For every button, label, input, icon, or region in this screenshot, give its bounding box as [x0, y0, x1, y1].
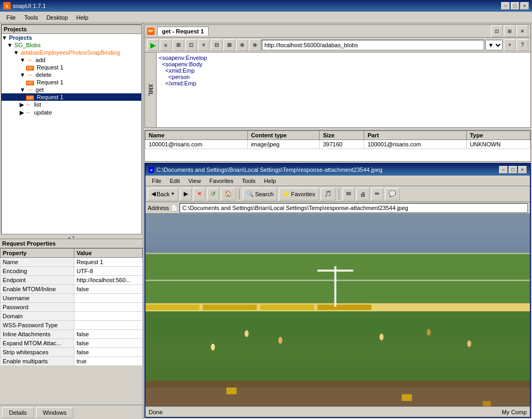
menu-file[interactable]: File — [2, 13, 20, 22]
url-dropdown[interactable]: ▼ — [485, 40, 503, 50]
back-dropdown-icon[interactable]: ▼ — [170, 191, 175, 196]
ie-window-buttons[interactable]: − □ × — [499, 166, 527, 173]
svg-rect-5 — [145, 280, 530, 281]
ie-menu-file[interactable]: File — [148, 177, 166, 185]
ie-menu-help[interactable]: Help — [260, 177, 280, 185]
sg-blobs-label: SG_Blobs — [14, 42, 41, 48]
att-part: 100001@risaris.com — [364, 140, 467, 149]
minimize-button[interactable]: − — [501, 2, 510, 10]
tree-get[interactable]: ▼ ↔ get — [2, 86, 141, 93]
menu-help[interactable]: Help — [72, 13, 93, 22]
request-tab[interactable]: get - Request 1 — [157, 27, 209, 36]
toolbar-btn-3[interactable]: ⊞ — [173, 39, 184, 51]
media-button[interactable]: 🎵 — [321, 188, 336, 200]
properties-panel: Request Properties Property Value NameRe… — [0, 239, 143, 419]
ie-status-bar: Done My Comp — [145, 406, 530, 417]
xml-tab-label[interactable]: XML — [145, 53, 157, 127]
add-req-icon: RP — [26, 66, 34, 71]
ie-maximize-btn[interactable]: □ — [509, 166, 517, 173]
title-bar-buttons[interactable]: − □ × — [501, 2, 529, 10]
xml-editor[interactable]: <soapenv:Envelop <soapenv:Body <xmid:Emp… — [157, 53, 530, 127]
details-button[interactable]: Details — [2, 407, 34, 418]
props-scroll[interactable]: Property Value NameRequest 1EncodingUTF-… — [0, 248, 143, 405]
expand-projects-icon[interactable]: ▼ — [2, 34, 7, 41]
expand-binding-icon[interactable]: ▼ — [13, 49, 19, 56]
props-row: Inline Attachmentsfalse — [1, 330, 143, 339]
forward-button[interactable]: ▶ — [180, 188, 192, 200]
stop-button[interactable]: ■ — [160, 39, 171, 51]
toolbar-btn-5[interactable]: ≡ — [198, 39, 210, 51]
tree-sg-blobs[interactable]: ▼ SG_Blobs — [2, 41, 141, 49]
toolbar-btn-6[interactable]: ⊟ — [211, 39, 222, 51]
attachments-table: Name Content type Size Part Type 100001@… — [145, 130, 530, 149]
ie-menu-edit[interactable]: Edit — [166, 177, 184, 185]
svg-rect-1 — [145, 214, 530, 253]
svg-rect-15 — [334, 266, 337, 307]
toolbar-btn-4[interactable]: ⊡ — [185, 39, 197, 51]
mail-icon: ✉ — [346, 190, 351, 197]
ie-close-btn[interactable]: × — [518, 166, 527, 173]
tree-delete-request[interactable]: RP Request 1 — [2, 78, 141, 86]
toolbar-btn-8[interactable]: ⊕ — [236, 39, 248, 51]
edit-button[interactable]: ✏ — [371, 188, 383, 200]
close-button[interactable]: × — [520, 2, 529, 10]
tree-projects-root[interactable]: ▼ Projects — [2, 34, 141, 41]
toolbar-btn-add[interactable]: + — [504, 39, 516, 51]
tree-update[interactable]: ▶ ↔ update — [2, 109, 141, 117]
play-button[interactable]: ▶ — [147, 39, 159, 51]
add-request-label: Request 1 — [37, 64, 63, 71]
expand-add-icon[interactable]: ▼ — [20, 57, 25, 63]
expand-sg-icon[interactable]: ▼ — [7, 42, 13, 48]
discuss-button[interactable]: 💬 — [385, 188, 400, 200]
print-button[interactable]: 🖨 — [356, 188, 370, 200]
expand-get-icon[interactable]: ▼ — [20, 86, 25, 93]
search-icon: 🔍 — [246, 190, 254, 197]
home-button[interactable]: 🏠 — [221, 188, 236, 200]
svg-point-21 — [211, 344, 215, 351]
tree-scroll[interactable]: ▼ Projects ▼ SG_Blobs ▼ adabasEmployeesP… — [2, 34, 141, 234]
address-input[interactable] — [179, 203, 528, 213]
mail-button[interactable]: ✉ — [342, 188, 355, 200]
tree-delete[interactable]: ▼ ↔ delete — [2, 71, 141, 78]
tree-binding[interactable]: ▼ adabasEmployeesPhotosSoapBinding — [2, 49, 141, 56]
windows-button[interactable]: Windows — [36, 407, 74, 418]
favorites-button[interactable]: ⭐ Favorites — [279, 188, 319, 200]
toolbar-btn-info[interactable]: ? — [517, 39, 528, 51]
expand-delete-icon[interactable]: ▼ — [20, 72, 25, 78]
maximize-button[interactable]: □ — [511, 2, 519, 10]
search-button[interactable]: 🔍 Search — [243, 188, 277, 200]
expand-list-icon[interactable]: ▶ — [20, 101, 24, 108]
back-button[interactable]: ◀ Back ▼ — [148, 188, 178, 200]
ie-menu-tools[interactable]: Tools — [238, 177, 260, 185]
menu-desktop[interactable]: Desktop — [42, 13, 72, 22]
tab-close-btn[interactable]: ✕ — [517, 25, 528, 37]
ie-menu-favorites[interactable]: Favorites — [205, 177, 237, 185]
get-req-icon: RP — [26, 95, 34, 100]
tree-add[interactable]: ▼ ↔ add — [2, 56, 141, 64]
prop-name: Enable MTOM/Inline — [1, 285, 74, 294]
props-row: Endpointhttp://localhost:560... — [1, 276, 143, 285]
tree-get-request[interactable]: RP Request 1 — [2, 93, 141, 101]
ie-minimize-btn[interactable]: − — [499, 166, 508, 173]
svg-rect-13 — [260, 304, 314, 310]
bottom-buttons: Details Windows — [0, 405, 143, 419]
stop-nav-button[interactable]: ✕ — [193, 188, 205, 200]
props-row: Strip whitespacesfalse — [1, 348, 143, 357]
properties-table: Property Value NameRequest 1EncodingUTF-… — [0, 248, 143, 366]
xml-line-4: <person — [159, 74, 528, 80]
url-input[interactable] — [262, 40, 484, 50]
toolbar-btn-9[interactable]: ⊗ — [249, 39, 261, 51]
expand-update-icon[interactable]: ▶ — [20, 109, 24, 116]
refresh-button[interactable]: ↺ — [207, 188, 219, 200]
ie-menu-view[interactable]: View — [184, 177, 205, 185]
toolbar-btn-7[interactable]: ⊠ — [224, 39, 235, 51]
tab-float-btn[interactable]: ⊞ — [504, 25, 516, 37]
prop-name: Username — [1, 294, 74, 303]
att-col-part: Part — [364, 131, 467, 140]
tree-add-request[interactable]: RP Request 1 — [2, 64, 141, 71]
prop-name: Inline Attachments — [1, 330, 74, 339]
menu-tools[interactable]: Tools — [20, 13, 42, 22]
tab-restore-btn[interactable]: ⊡ — [491, 25, 503, 37]
tree-list[interactable]: ▶ ↔ list — [2, 101, 141, 109]
prop-value: false — [74, 285, 143, 294]
